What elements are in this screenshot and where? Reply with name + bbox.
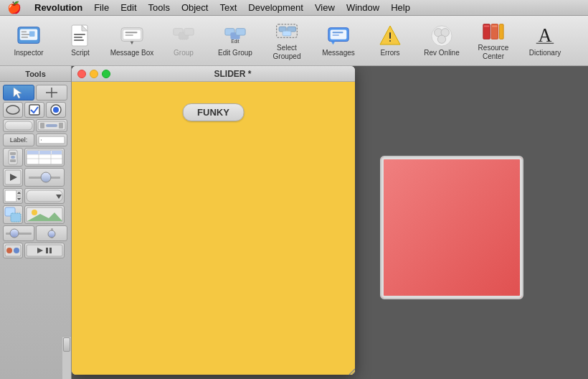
- play-tool[interactable]: [24, 243, 65, 258]
- editgroup-label: Edit Group: [218, 49, 252, 57]
- inspector-icon: [17, 24, 40, 47]
- tools-header: Tools: [0, 66, 71, 82]
- svg-rect-26: [283, 31, 291, 36]
- svg-rect-34: [389, 40, 391, 42]
- svg-rect-97: [46, 248, 48, 253]
- messages-icon: [327, 24, 350, 47]
- player-tool[interactable]: [3, 168, 23, 187]
- toolbar: Inspector Script ▼ Message Box: [0, 16, 588, 66]
- menu-text[interactable]: Text: [214, 0, 242, 15]
- menu-development[interactable]: Development: [242, 0, 309, 15]
- menu-edit[interactable]: Edit: [115, 0, 142, 15]
- maximize-button[interactable]: [102, 70, 110, 78]
- messagebox-label: Message Box: [110, 49, 154, 57]
- hslider-tool[interactable]: [24, 168, 65, 187]
- messages-label: Messages: [322, 49, 355, 57]
- svg-point-38: [437, 35, 445, 43]
- funky-button[interactable]: FUNKY: [182, 103, 245, 121]
- svg-point-52: [53, 107, 59, 113]
- inspector-button[interactable]: Inspector: [3, 19, 54, 63]
- editgroup-button[interactable]: Edit Edit Group: [209, 19, 261, 63]
- tool-row-10: [3, 243, 68, 258]
- svg-rect-61: [10, 152, 16, 155]
- svg-marker-31: [331, 41, 336, 45]
- label-tool[interactable]: Label:: [3, 134, 34, 146]
- messages-button[interactable]: Messages: [313, 19, 364, 63]
- svg-rect-62: [10, 159, 16, 162]
- radio-tool[interactable]: [46, 102, 66, 118]
- dictionary-button[interactable]: A Dictionary: [519, 19, 571, 63]
- dropdown-tool[interactable]: [24, 188, 65, 204]
- menu-window[interactable]: Window: [341, 0, 385, 15]
- selectgrouped-icon: [275, 21, 298, 42]
- selectgrouped-button[interactable]: Select Grouped: [261, 19, 313, 63]
- background-red-card: [380, 156, 523, 299]
- menu-file[interactable]: File: [88, 0, 115, 15]
- vslider-tool[interactable]: [36, 225, 67, 241]
- tool-row-7: [3, 188, 68, 204]
- spinner-tool[interactable]: [3, 188, 23, 204]
- svg-rect-98: [49, 248, 52, 253]
- menu-help[interactable]: Help: [385, 0, 416, 15]
- menu-tools[interactable]: Tools: [143, 0, 176, 15]
- svg-rect-55: [40, 123, 44, 128]
- close-button[interactable]: [77, 70, 86, 78]
- button-tool[interactable]: [3, 119, 34, 132]
- svg-rect-43: [492, 25, 498, 27]
- group-tool-btn[interactable]: [3, 205, 23, 224]
- svg-rect-14: [125, 34, 133, 36]
- crosshair-tool[interactable]: [36, 85, 67, 100]
- svg-rect-58: [39, 136, 65, 144]
- svg-rect-28: [331, 29, 347, 39]
- card-content[interactable]: FUNKY: [72, 82, 355, 375]
- svg-point-75: [41, 172, 51, 182]
- apple-menu[interactable]: 🍎: [0, 1, 29, 14]
- minimize-button[interactable]: [90, 70, 98, 78]
- hscroll-tool[interactable]: [36, 119, 67, 132]
- table-tool[interactable]: [24, 148, 65, 167]
- tool-row-8: [3, 205, 68, 224]
- svg-point-86: [32, 210, 37, 215]
- errors-icon: [379, 24, 402, 47]
- svg-rect-30: [333, 34, 339, 36]
- svg-point-94: [14, 248, 19, 253]
- svg-line-99: [349, 369, 355, 375]
- errors-button[interactable]: Errors: [364, 19, 416, 63]
- svg-text:▼: ▼: [129, 39, 134, 46]
- svg-rect-84: [11, 213, 21, 222]
- image-tool[interactable]: [24, 205, 65, 224]
- vscroll-tool[interactable]: [3, 148, 23, 167]
- menu-object[interactable]: Object: [176, 0, 214, 15]
- revonline-button[interactable]: Rev Online: [416, 19, 468, 63]
- svg-point-89: [10, 229, 19, 238]
- tool-row-1: [3, 85, 68, 100]
- tools-scrollbar[interactable]: [62, 336, 71, 379]
- tool-row-5: [3, 148, 68, 167]
- group-icon: [172, 24, 195, 47]
- content-area: SLIDER * FUNKY: [72, 66, 588, 379]
- svg-rect-8: [74, 34, 85, 35]
- script-button[interactable]: Script: [54, 19, 106, 63]
- hslider2-tool[interactable]: [3, 225, 34, 241]
- svg-marker-46: [14, 88, 22, 98]
- oval-tool[interactable]: [3, 102, 23, 118]
- field-tool[interactable]: [36, 134, 67, 146]
- menubar: 🍎 Revolution File Edit Tools Object Text…: [0, 0, 588, 16]
- svg-text:Edit: Edit: [231, 39, 240, 44]
- svg-rect-21: [236, 28, 245, 34]
- checkbox-tool[interactable]: [24, 102, 44, 118]
- scrollbar-thumb: [63, 337, 70, 352]
- group-label: Group: [174, 49, 194, 57]
- main-area: Tools: [0, 66, 588, 379]
- menu-view[interactable]: View: [309, 0, 341, 15]
- svg-rect-18: [184, 28, 194, 34]
- svg-point-49: [6, 106, 19, 114]
- resourcecenter-button[interactable]: Resource Center: [468, 19, 519, 63]
- svg-rect-71: [52, 151, 62, 154]
- pointer-tool[interactable]: [3, 85, 34, 100]
- messagebox-button[interactable]: ▼ Message Box: [106, 19, 158, 63]
- inspector-label: Inspector: [14, 49, 43, 57]
- resize-handle[interactable]: [345, 365, 355, 375]
- svg-rect-69: [27, 151, 39, 154]
- anim-tool[interactable]: [3, 243, 23, 258]
